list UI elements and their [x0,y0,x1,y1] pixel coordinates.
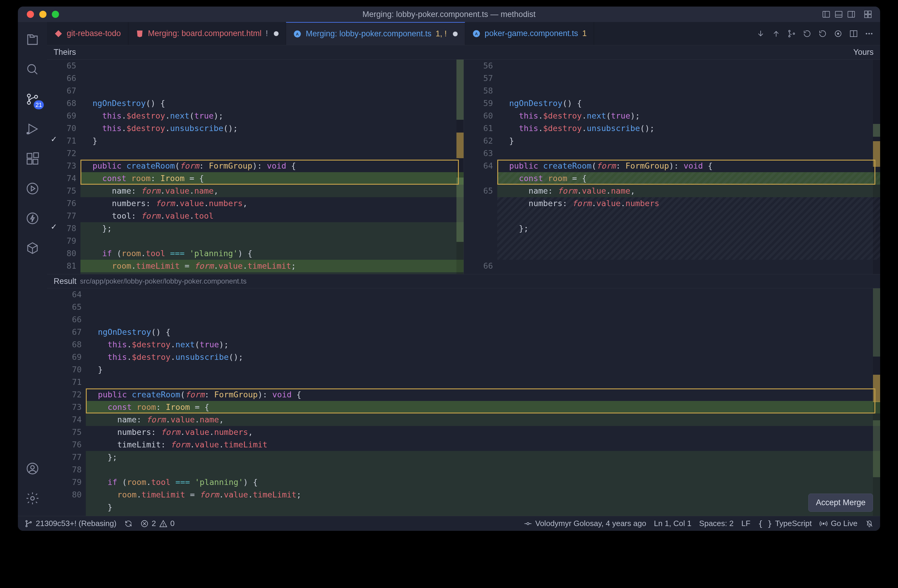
warning-icon [159,519,168,528]
status-branch[interactable]: 21309c53+! (Rebasing) [25,519,117,528]
maximize-window-button[interactable] [52,11,59,18]
status-bar: 21309c53+! (Rebasing) 2 0 Volodymyr Golo… [18,516,880,531]
branch-icon [25,519,33,528]
svg-point-13 [28,101,31,104]
warning-count: 0 [171,519,175,528]
tab-label: Merging: lobby-poker.component.ts [306,29,431,38]
result-header: Result src/app/poker/lobby-poker/lobby-p… [47,274,880,288]
svg-rect-19 [33,160,38,164]
bell-off-icon [865,519,873,528]
tab-poker-game-component[interactable]: A poker-game.component.ts 1 [465,22,594,45]
svg-rect-17 [27,154,32,158]
thunder-button[interactable] [18,205,47,232]
tab-suffix: 1 [582,29,587,38]
explorer-button[interactable] [18,26,47,53]
status-problems[interactable]: 2 0 [140,519,175,528]
status-sync[interactable] [124,519,132,528]
app-shell: Merging: lobby-poker.component.ts — meth… [18,6,880,531]
result-pane[interactable]: 6465666768697071727374757677787980 ngOnD… [47,288,880,516]
split-editor-icon[interactable] [849,29,858,38]
traffic-lights [18,11,59,18]
extensions-button[interactable] [18,145,47,172]
activity-bar: 21 [18,22,47,516]
yours-pane[interactable]: 5657585960616263646566 ngOnDestroy() { t… [464,60,880,274]
status-language[interactable]: { } TypeScript [758,519,812,528]
svg-rect-7 [868,11,871,14]
status-eol[interactable]: LF [741,519,750,528]
panel-bottom-icon[interactable] [834,10,843,19]
accept-merge-button[interactable]: Accept Merge [808,494,873,512]
svg-point-21 [27,183,38,194]
svg-text:A: A [296,32,299,36]
svg-rect-4 [848,11,855,17]
svg-point-26 [31,497,34,500]
more-icon[interactable] [865,29,873,38]
dirty-indicator-icon [453,32,458,36]
diff-container: ✓✓ 6566676869707172737475767778798081 ng… [47,60,880,274]
tab-board-component[interactable]: Merging: board.component.html ! [128,22,286,45]
tab-label: git-rebase-todo [67,29,121,38]
panel-left-icon[interactable] [822,10,831,19]
commit-icon [524,519,532,528]
svg-point-49 [527,522,529,525]
target-icon[interactable] [833,29,843,38]
status-spaces[interactable]: Spaces: 2 [699,519,734,528]
search-button[interactable] [18,56,47,83]
layout-customize-icon[interactable] [863,10,872,19]
theirs-line-numbers: 6566676869707172737475767778798081 [61,60,80,274]
yours-gutter-actions [464,60,478,274]
layout-controls [822,10,880,19]
svg-point-25 [31,465,34,469]
result-label: Result [54,277,77,286]
revert-icon[interactable] [803,29,812,38]
source-control-button[interactable]: 21 [18,86,47,113]
theirs-pane[interactable]: ✓✓ 6566676869707172737475767778798081 ng… [47,60,464,274]
git-file-icon [54,29,63,38]
overview-ruler[interactable] [873,288,880,516]
panel-right-icon[interactable] [847,10,856,19]
svg-point-35 [838,33,839,34]
run-debug-button[interactable] [18,115,47,143]
settings-button[interactable] [18,485,47,512]
close-window-button[interactable] [27,11,34,18]
account-button[interactable] [18,455,47,482]
svg-point-14 [35,95,37,98]
yours-code[interactable]: ngOnDestroy() { this.$destroy.next(true)… [497,60,880,274]
status-cursor[interactable]: Ln 1, Col 1 [654,519,692,528]
svg-point-39 [869,33,870,34]
cube-button[interactable] [18,235,47,261]
result-code[interactable]: ngOnDestroy() { this.$destroy.next(true)… [86,288,880,516]
yours-label: Yours [464,45,880,59]
minimize-window-button[interactable] [39,11,46,18]
error-icon [140,519,149,528]
revert-icon[interactable] [818,29,827,38]
status-bell[interactable] [865,519,873,528]
svg-marker-15 [29,124,37,134]
blame-text: Volodymyr Golosay, 4 years ago [535,519,646,528]
svg-point-38 [866,33,867,34]
broadcast-icon [820,519,828,528]
svg-point-41 [26,520,28,522]
arrow-down-icon[interactable] [756,29,765,38]
titlebar: Merging: lobby-poker.component.ts — meth… [18,6,880,22]
tab-lobby-poker-component[interactable]: A Merging: lobby-poker.component.ts 1, ! [286,22,465,45]
window-title: Merging: lobby-poker.component.ts — meth… [363,10,536,19]
tab-suffix: ! [266,29,268,38]
svg-point-48 [163,525,163,526]
overview-ruler[interactable] [457,60,464,274]
diff-label-row: Theirs Yours [47,45,880,60]
scm-badge: 21 [34,100,44,109]
svg-rect-20 [34,153,38,158]
tab-git-rebase-todo[interactable]: git-rebase-todo [47,22,128,45]
tab-actions [750,22,880,45]
svg-point-43 [30,522,32,523]
theirs-label: Theirs [47,45,464,59]
arrow-up-icon[interactable] [772,29,781,38]
status-blame[interactable]: Volodymyr Golosay, 4 years ago [524,519,646,528]
theirs-code[interactable]: ngOnDestroy() { this.$destroy.next(true)… [80,60,464,274]
live-share-button[interactable] [18,175,47,202]
svg-point-32 [789,35,790,37]
status-golive[interactable]: Go Live [820,519,858,528]
merge-icon[interactable] [787,29,796,38]
theirs-gutter-actions: ✓✓ [47,60,61,274]
